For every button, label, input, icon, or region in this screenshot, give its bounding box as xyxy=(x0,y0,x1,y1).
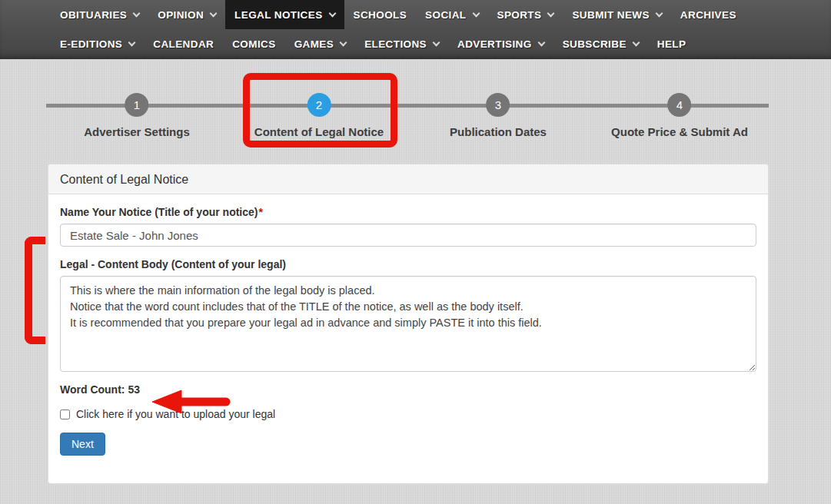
nav-item-elections[interactable]: ELECTIONS xyxy=(355,29,448,58)
main-nav: OBITUARIES OPINION LEGAL NOTICES SCHOOLS… xyxy=(0,0,831,59)
required-asterisk: * xyxy=(258,206,262,218)
chevron-down-icon xyxy=(632,38,640,46)
nav-row-2: E-EDITIONS CALENDAR COMICS GAMES ELECTIO… xyxy=(0,29,831,58)
notice-title-label: Name Your Notice (Title of your notice)* xyxy=(60,206,756,218)
notice-title-input[interactable] xyxy=(60,224,756,247)
step-1-circle: 1 xyxy=(125,93,148,117)
next-button[interactable]: Next xyxy=(60,433,105,456)
chevron-down-icon xyxy=(537,38,545,46)
nav-item-label: SCHOOLS xyxy=(354,9,407,21)
nav-item-advertising[interactable]: ADVERTISING xyxy=(448,29,553,58)
step-2-circle: 2 xyxy=(307,93,331,117)
panel-body: Name Your Notice (Title of your notice)*… xyxy=(48,194,768,456)
nav-item-sports[interactable]: SPORTS xyxy=(488,0,563,29)
nav-item-label: ELECTIONS xyxy=(364,38,427,50)
nav-item-label: SUBSCRIBE xyxy=(563,38,627,50)
step-2-label: Content of Legal Notice xyxy=(254,125,384,138)
nav-item-archives[interactable]: ARCHIVES xyxy=(671,0,746,29)
chevron-down-icon xyxy=(655,9,663,17)
chevron-down-icon xyxy=(133,9,141,17)
annotation-bracket-fields xyxy=(25,237,45,344)
step-1-advertiser-settings[interactable]: 1 Advertiser Settings xyxy=(84,93,190,138)
step-1-label: Advertiser Settings xyxy=(84,125,190,138)
nav-item-submit-news[interactable]: SUBMIT NEWS xyxy=(563,0,670,29)
word-count: Word Count:53 xyxy=(60,383,756,396)
chevron-down-icon xyxy=(433,38,440,46)
nav-item-label: ARCHIVES xyxy=(680,9,736,21)
chevron-down-icon xyxy=(210,9,218,17)
nav-item-comics[interactable]: COMICS xyxy=(223,29,284,58)
nav-item-help[interactable]: HELP xyxy=(648,29,696,58)
nav-item-label: HELP xyxy=(657,38,686,50)
nav-row-1: OBITUARIES OPINION LEGAL NOTICES SCHOOLS… xyxy=(0,0,831,29)
nav-item-subscribe[interactable]: SUBSCRIBE xyxy=(553,29,648,58)
step-3-circle: 3 xyxy=(486,93,510,117)
panel-title: Content of Legal Notice xyxy=(48,164,768,194)
upload-legal-checkbox[interactable] xyxy=(60,410,70,419)
step-3-publication-dates[interactable]: 3 Publication Dates xyxy=(450,93,547,138)
step-3-label: Publication Dates xyxy=(450,125,547,138)
upload-legal-checkbox-label: Click here if you want to upload your le… xyxy=(76,408,275,420)
nav-item-label: E-EDITIONS xyxy=(60,38,122,50)
upload-legal-checkbox-row[interactable]: Click here if you want to upload your le… xyxy=(60,408,756,420)
wizard-stepper: 1 Advertiser Settings 2 Content of Legal… xyxy=(0,59,831,159)
nav-item-obituaries[interactable]: OBITUARIES xyxy=(51,0,148,29)
notice-title-label-text: Name Your Notice (Title of your notice) xyxy=(60,206,258,218)
nav-item-e-editions[interactable]: E-EDITIONS xyxy=(51,29,144,58)
nav-item-label: SPORTS xyxy=(497,9,542,21)
nav-item-social[interactable]: SOCIAL xyxy=(416,0,487,29)
legal-body-label: Legal - Content Body (Content of your le… xyxy=(60,258,756,270)
step-4-circle: 4 xyxy=(667,93,691,117)
nav-item-label: LEGAL NOTICES xyxy=(234,9,322,21)
chevron-down-icon xyxy=(340,38,347,46)
word-count-value: 53 xyxy=(128,383,141,396)
chevron-down-icon xyxy=(472,9,480,17)
nav-item-label: GAMES xyxy=(294,38,334,50)
nav-item-legal-notices[interactable]: LEGAL NOTICES xyxy=(225,0,344,29)
chevron-down-icon xyxy=(328,9,336,17)
nav-item-schools[interactable]: SCHOOLS xyxy=(344,0,417,29)
nav-item-label: OBITUARIES xyxy=(60,9,127,21)
chevron-down-icon xyxy=(547,9,555,17)
step-2-content-of-legal-notice[interactable]: 2 Content of Legal Notice xyxy=(254,93,384,138)
step-4-label: Quote Price & Submit Ad xyxy=(611,125,748,138)
content-of-legal-notice-panel: Content of Legal Notice Name Your Notice… xyxy=(48,164,769,484)
legal-body-textarea[interactable]: This is where the main information of th… xyxy=(60,276,756,372)
nav-item-label: ADVERTISING xyxy=(457,38,532,50)
nav-item-label: SUBMIT NEWS xyxy=(572,9,649,21)
chevron-down-icon xyxy=(128,38,136,46)
nav-item-label: COMICS xyxy=(232,38,275,50)
nav-item-opinion[interactable]: OPINION xyxy=(148,0,225,29)
word-count-label: Word Count: xyxy=(60,383,125,396)
nav-item-label: OPINION xyxy=(158,9,204,21)
nav-item-label: CALENDAR xyxy=(153,38,214,50)
nav-item-games[interactable]: GAMES xyxy=(285,29,356,58)
step-4-quote-price-submit-ad[interactable]: 4 Quote Price & Submit Ad xyxy=(611,93,748,138)
nav-item-label: SOCIAL xyxy=(425,9,466,21)
nav-item-calendar[interactable]: CALENDAR xyxy=(144,29,223,58)
